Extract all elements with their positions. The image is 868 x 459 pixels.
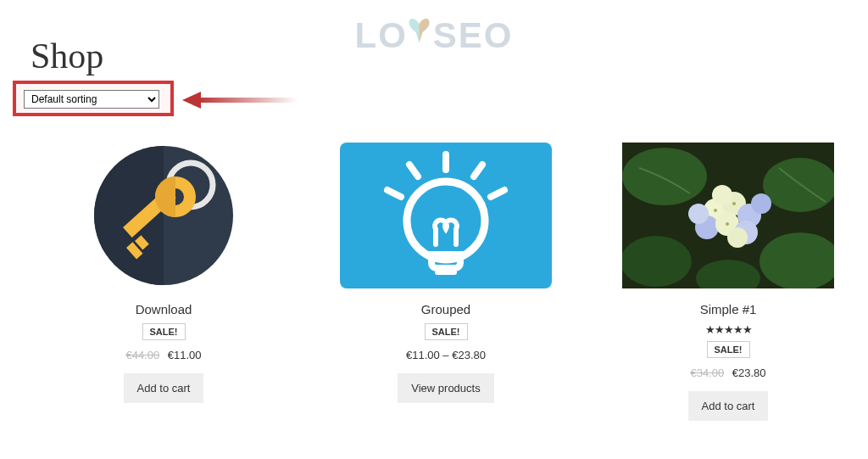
- svg-point-30: [712, 185, 732, 205]
- sort-dropdown[interactable]: Default sorting: [24, 90, 159, 109]
- sale-badge: SALE!: [142, 323, 186, 340]
- product-price: €34.00 €23.80: [690, 367, 765, 379]
- view-products-button[interactable]: View products: [398, 373, 493, 403]
- product-price-range: €11.00 – €23.80: [406, 349, 486, 361]
- svg-rect-15: [435, 270, 457, 275]
- annotation-arrow-icon: [182, 90, 301, 114]
- svg-point-18: [763, 158, 834, 212]
- page-title: Shop: [31, 36, 103, 76]
- star-rating: ★★★★★: [705, 323, 752, 336]
- svg-line-12: [387, 190, 401, 197]
- svg-point-32: [714, 209, 717, 212]
- svg-point-28: [751, 193, 771, 214]
- price-old: €34.00: [690, 367, 724, 379]
- price-current: €23.80: [732, 367, 766, 379]
- svg-marker-1: [182, 92, 201, 109]
- product-title[interactable]: Grouped: [421, 302, 470, 316]
- product-card: Download SALE! €44.00 €11.00 Add to cart: [58, 143, 270, 421]
- logo-watermark: LOSEO: [354, 15, 513, 56]
- logo-right: SEO: [433, 15, 514, 55]
- sale-badge: SALE!: [707, 341, 750, 358]
- price-current: €11.00: [168, 349, 202, 361]
- svg-point-34: [726, 222, 729, 226]
- svg-point-19: [622, 236, 692, 287]
- sale-badge: SALE!: [425, 323, 468, 340]
- svg-line-11: [474, 165, 482, 176]
- svg-point-31: [727, 227, 748, 248]
- svg-point-29: [688, 204, 709, 224]
- svg-point-33: [732, 202, 736, 205]
- add-to-cart-button[interactable]: Add to cart: [688, 391, 769, 421]
- product-title[interactable]: Download: [136, 302, 192, 316]
- product-price: €44.00 €11.00: [125, 349, 201, 361]
- product-image-bulb[interactable]: [340, 143, 552, 288]
- products-grid: Download SALE! €44.00 €11.00 Add to cart: [58, 143, 834, 421]
- product-card: Simple #1 ★★★★★ SALE! €34.00 €23.80 Add …: [622, 143, 834, 421]
- svg-line-10: [409, 165, 418, 176]
- logo-left: LO: [354, 15, 407, 55]
- product-image-flower[interactable]: [622, 143, 834, 288]
- product-image-key[interactable]: [58, 143, 270, 288]
- svg-point-17: [622, 148, 707, 205]
- svg-rect-0: [198, 98, 298, 103]
- svg-line-13: [491, 190, 504, 197]
- product-title[interactable]: Simple #1: [700, 302, 757, 316]
- product-card: Grouped SALE! €11.00 – €23.80 View produ…: [340, 143, 552, 421]
- price-old: €44.00: [125, 349, 159, 361]
- logo-heart-icon: [408, 15, 433, 56]
- add-to-cart-button[interactable]: Add to cart: [124, 373, 204, 403]
